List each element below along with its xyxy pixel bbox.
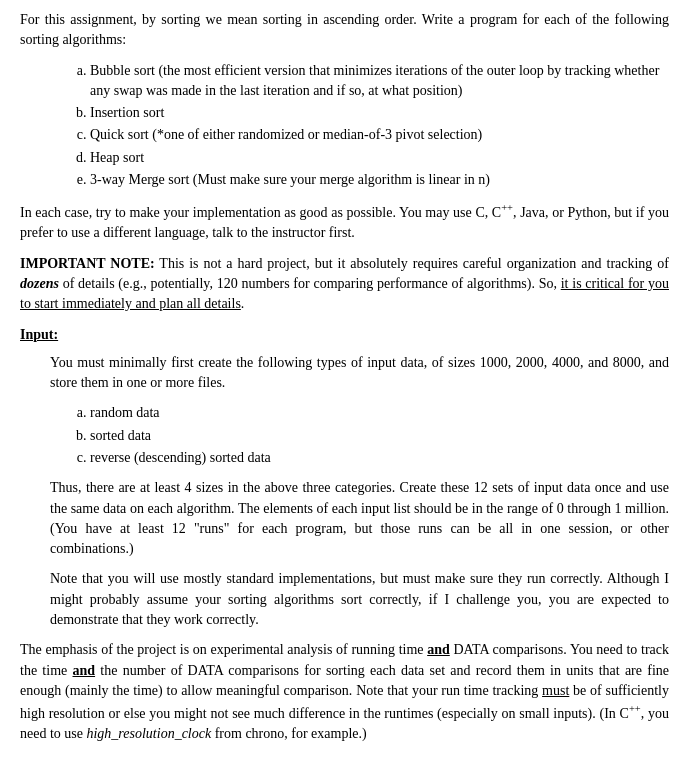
insertion-sort-text: Insertion sort — [90, 105, 164, 120]
input-para1-container: Thus, there are at least 4 sizes in the … — [50, 478, 669, 559]
emphasis-text: The emphasis of the project is on experi… — [20, 642, 669, 741]
list-item-quick: Quick sort (*one of either randomized or… — [90, 125, 669, 145]
input-type-sorted: sorted data — [90, 426, 669, 446]
para1-text: In each case, try to make your implement… — [20, 205, 669, 240]
important-prefix: IMPORTANT NOTE: This is not a hard proje… — [20, 256, 669, 312]
list-item-heap: Heap sort — [90, 148, 669, 168]
input-para1-text: Thus, there are at least 4 sizes in the … — [50, 480, 669, 556]
input-heading: Input: — [20, 325, 669, 345]
input-para2-container: Note that you will use mostly standard i… — [50, 569, 669, 630]
input-para2-text: Note that you will use mostly standard i… — [50, 571, 669, 627]
input-intro-text: You must minimally first create the foll… — [50, 355, 669, 390]
para1-container: In each case, try to make your implement… — [20, 200, 669, 243]
reverse-text: reverse (descending) sorted data — [90, 450, 271, 465]
random-text: random data — [90, 405, 160, 420]
input-type-list: random data sorted data reverse (descend… — [90, 403, 669, 468]
input-type-reverse: reverse (descending) sorted data — [90, 448, 669, 468]
heap-sort-text: Heap sort — [90, 150, 144, 165]
sorted-text: sorted data — [90, 428, 151, 443]
algorithm-list: Bubble sort (the most efficient version … — [90, 61, 669, 191]
algorithm-list-container: Bubble sort (the most efficient version … — [50, 61, 669, 191]
quick-sort-text: Quick sort (*one of either randomized or… — [90, 127, 482, 142]
important-note-container: IMPORTANT NOTE: This is not a hard proje… — [20, 254, 669, 315]
intro-paragraph: For this assignment, by sorting we mean … — [20, 10, 669, 51]
input-section: Input: You must minimally first create t… — [20, 325, 669, 631]
input-body: You must minimally first create the foll… — [50, 353, 669, 631]
list-item-merge: 3-way Merge sort (Must make sure your me… — [90, 170, 669, 190]
main-content: For this assignment, by sorting we mean … — [20, 10, 669, 745]
bubble-sort-text: Bubble sort (the most efficient version … — [90, 63, 659, 98]
intro-text: For this assignment, by sorting we mean … — [20, 12, 669, 47]
list-item-bubble: Bubble sort (the most efficient version … — [90, 61, 669, 102]
list-item-insertion: Insertion sort — [90, 103, 669, 123]
emphasis-para-container: The emphasis of the project is on experi… — [20, 640, 669, 744]
merge-sort-text: 3-way Merge sort (Must make sure your me… — [90, 172, 490, 187]
input-intro-para: You must minimally first create the foll… — [50, 353, 669, 394]
input-type-random: random data — [90, 403, 669, 423]
